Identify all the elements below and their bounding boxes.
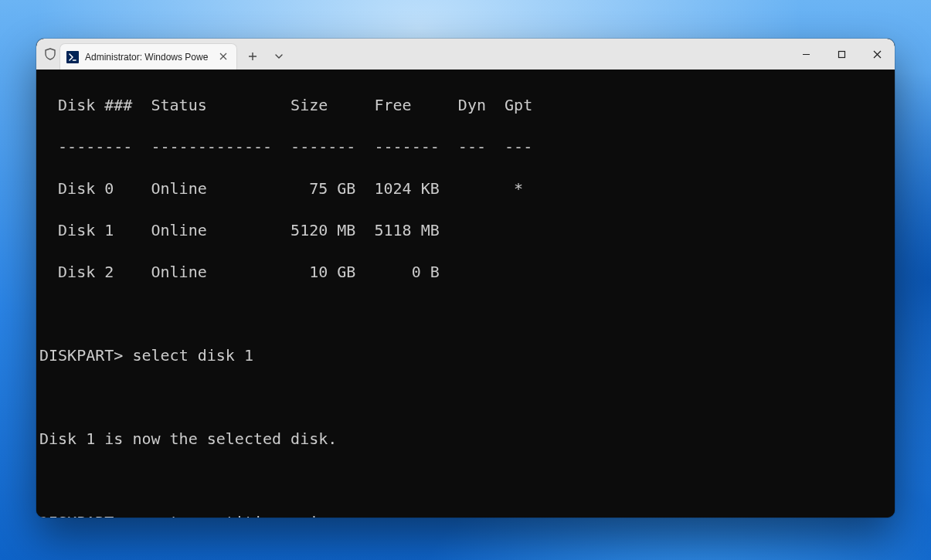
tab-powershell[interactable]: Administrator: Windows Powe [59,43,237,70]
prompt: DISKPART> [39,346,123,365]
prompt-line: DISKPART> select disk 1 [36,345,895,366]
command-create-partition: create partition primary [132,513,355,518]
blank-line [36,387,895,408]
powershell-icon [66,51,79,63]
prompt-line: DISKPART> create partition primary [36,512,895,518]
titlebar[interactable]: Administrator: Windows Powe [36,39,895,70]
disk-row: Disk 1 Online 5120 MB 5118 MB [36,220,895,241]
svg-rect-6 [838,51,844,57]
disk-row: Disk 2 Online 10 GB 0 B [36,262,895,283]
terminal-output[interactable]: Disk ### Status Size Free Dyn Gpt ------… [36,70,895,518]
blank-line [36,470,895,491]
response-line: Disk 1 is now the selected disk. [36,429,895,450]
disk-list-header: Disk ### Status Size Free Dyn Gpt [36,95,895,116]
tab-title: Administrator: Windows Powe [85,52,210,63]
titlebar-drag-region[interactable] [291,39,788,70]
terminal-window: Administrator: Windows Powe [36,39,895,518]
shield-icon [44,48,56,60]
tab-close-button[interactable] [216,52,230,62]
prompt: DISKPART> [39,513,123,518]
tab-actions [240,43,291,70]
tab-dropdown-button[interactable] [267,46,291,67]
close-window-button[interactable] [859,39,895,70]
new-tab-button[interactable] [240,46,265,67]
desktop-background: Administrator: Windows Powe [0,0,931,560]
disk-row: Disk 0 Online 75 GB 1024 KB * [36,178,895,199]
titlebar-left [36,39,56,70]
blank-line [36,304,895,324]
maximize-button[interactable] [824,39,859,70]
disk-list-divider: -------- ------------- ------- ------- -… [36,137,895,158]
window-controls [788,39,895,70]
minimize-button[interactable] [788,39,824,70]
command-select-disk: select disk 1 [132,346,253,365]
